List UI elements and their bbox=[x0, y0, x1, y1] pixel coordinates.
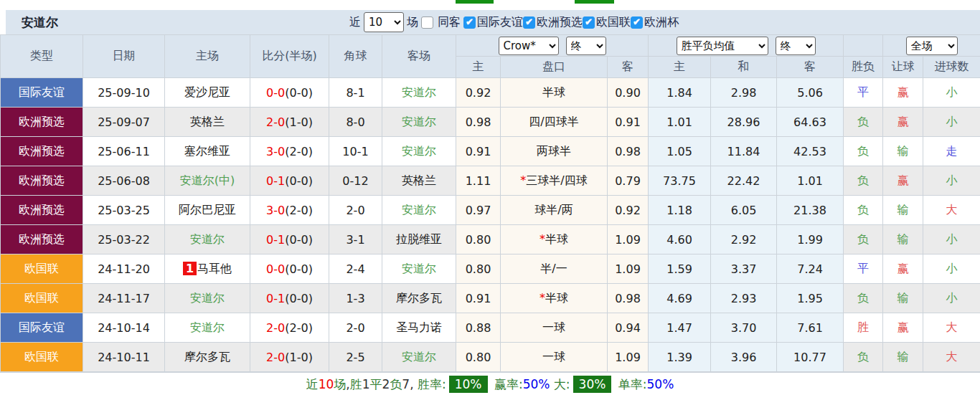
cell-odds-away: 1.09 bbox=[608, 225, 649, 254]
green-bar-left bbox=[456, 0, 494, 4]
filter-controls: 近 10 场 同客 国际友谊欧洲预选欧国联欧洲杯 bbox=[347, 10, 679, 34]
cell-handicap: 一球 bbox=[501, 343, 608, 372]
handicap-state-select[interactable]: 终 bbox=[566, 37, 606, 55]
cell-result-wdl: 负 bbox=[844, 137, 883, 166]
cell-odds-draw: 6.05 bbox=[711, 196, 777, 225]
cell-date: 25-09-07 bbox=[83, 108, 165, 137]
full-time-score: 0-0 bbox=[266, 262, 285, 276]
cell-odds-home: 0.88 bbox=[456, 313, 501, 343]
cell-odds-draw: 28.96 bbox=[711, 108, 777, 137]
cell-score: 2-0(2-0) bbox=[250, 313, 329, 343]
cell-odds-win: 4.69 bbox=[649, 284, 711, 313]
cell-result-goals: 小 bbox=[923, 284, 980, 313]
full-time-score: 2-0 bbox=[266, 351, 285, 364]
summary-footer: 近10场,胜1平2负7, 胜率:10% 赢率:50% 大:30% 单率:50% bbox=[0, 372, 980, 395]
half-time-score: (0-0) bbox=[285, 86, 313, 100]
cell-odds-home: 0.91 bbox=[456, 284, 501, 313]
competition-checkbox[interactable] bbox=[631, 16, 643, 29]
cell-corner: 2-0 bbox=[329, 313, 382, 343]
summary-segment: 赢率: bbox=[491, 376, 523, 393]
summary-segment: 负 bbox=[390, 376, 402, 393]
table-row: 国际友谊24-10-14安道尔2-0(2-0)2-0圣马力诺0.88一球0.94… bbox=[1, 313, 980, 343]
cell-result-wdl: 负 bbox=[844, 196, 883, 225]
cell-away-team: 拉脱维亚 bbox=[382, 225, 456, 254]
cell-date: 24-10-11 bbox=[83, 343, 165, 372]
cell-date: 25-06-08 bbox=[83, 166, 165, 196]
away-team-name: 安道尔 bbox=[402, 115, 436, 128]
home-team-name: 安道尔(中) bbox=[180, 173, 235, 187]
half-time-score: (0-0) bbox=[285, 262, 313, 276]
table-row: 欧洲预选25-09-07英格兰2-0(1-0)8-0安道尔0.98四/四球半0.… bbox=[1, 108, 980, 137]
recent-matches-select[interactable]: 10 bbox=[364, 12, 404, 32]
cell-odds-lose: 64.63 bbox=[777, 108, 844, 137]
cell-result-goals: 小 bbox=[923, 108, 980, 137]
table-row: 欧洲预选25-06-11塞尔维亚3-0(2-0)10-1安道尔0.91两球半0.… bbox=[1, 137, 980, 166]
cell-result-handicap: 输 bbox=[883, 225, 923, 254]
competition-checkbox[interactable] bbox=[463, 16, 476, 29]
cell-competition-type: 国际友谊 bbox=[1, 313, 83, 343]
col-header-date: 日期 bbox=[83, 35, 165, 78]
home-team-name: 安道尔 bbox=[190, 232, 225, 246]
competition-label: 欧洲杯 bbox=[644, 15, 679, 30]
cell-corner: 8-0 bbox=[329, 108, 382, 137]
home-team-name: 马耳他 bbox=[197, 262, 232, 275]
away-team-name: 英格兰 bbox=[402, 173, 436, 187]
summary-segment: 场 bbox=[334, 376, 346, 393]
scope-select[interactable]: 全场 bbox=[906, 37, 958, 55]
cell-result-goals: 大 bbox=[923, 196, 980, 225]
competition-checkbox[interactable] bbox=[583, 16, 595, 29]
handicap-line: 三球半/四球 bbox=[526, 173, 587, 187]
cell-odds-away: 0.91 bbox=[608, 108, 649, 137]
match-table-body: 国际友谊25-09-10爱沙尼亚0-0(0-0)8-1安道尔0.92半球0.90… bbox=[1, 78, 980, 372]
handicap-line: 四/四球半 bbox=[529, 115, 578, 128]
cell-score: 0-1(0-0) bbox=[250, 284, 329, 313]
cell-odds-lose: 5.06 bbox=[777, 78, 844, 108]
cell-date: 24-10-14 bbox=[83, 313, 165, 343]
same-away-checkbox[interactable] bbox=[421, 16, 433, 29]
away-team-name: 摩尔多瓦 bbox=[396, 291, 442, 305]
half-time-score: (1-0) bbox=[285, 351, 313, 364]
sub-header-cell: 进球数 bbox=[923, 57, 980, 78]
cell-odds-draw: 2.92 bbox=[711, 225, 777, 254]
summary-segment: 单率: bbox=[614, 376, 646, 393]
cell-score: 2-0(1-0) bbox=[250, 108, 329, 137]
cell-odds-win: 1.84 bbox=[649, 78, 711, 108]
cell-corner: 10-1 bbox=[329, 137, 382, 166]
cell-odds-away: 1.09 bbox=[608, 254, 649, 284]
cell-away-team: 英格兰 bbox=[382, 166, 456, 196]
summary-segment: 1 bbox=[362, 377, 370, 391]
home-team-name: 阿尔巴尼亚 bbox=[179, 203, 236, 216]
handicap-line: 半球 bbox=[542, 85, 565, 99]
away-team-name: 安道尔 bbox=[402, 350, 436, 363]
competition-checkbox[interactable] bbox=[523, 16, 535, 29]
cell-away-team: 安道尔 bbox=[382, 196, 456, 225]
cell-away-team: 圣马力诺 bbox=[382, 313, 456, 343]
cell-result-goals: 大 bbox=[923, 313, 980, 343]
cell-odds-win: 1.39 bbox=[649, 343, 711, 372]
same-away-label: 同客 bbox=[438, 15, 461, 30]
table-header: 类型 日期 主场 比分(半场) 角球 客场 Crow* 终 胜 bbox=[1, 35, 980, 78]
cell-result-goals: 小 bbox=[923, 166, 980, 196]
cell-home-team: 安道尔(中) bbox=[165, 166, 250, 196]
cell-odds-win: 1.47 bbox=[649, 313, 711, 343]
cell-competition-type: 欧洲预选 bbox=[1, 166, 83, 196]
cell-result-goals: 走 bbox=[923, 137, 980, 166]
cell-odds-home: 0.80 bbox=[456, 225, 501, 254]
cell-competition-type: 欧洲预选 bbox=[1, 137, 83, 166]
cell-result-wdl: 胜 bbox=[844, 313, 883, 343]
cell-away-team: 摩尔多瓦 bbox=[382, 284, 456, 313]
wdl-average-select[interactable]: 胜平负均值 bbox=[677, 37, 768, 55]
wdl-state-select[interactable]: 终 bbox=[776, 37, 816, 55]
col-header-home: 主场 bbox=[165, 35, 250, 78]
sub-header-cell: 胜负 bbox=[844, 57, 883, 78]
cell-date: 25-09-10 bbox=[83, 78, 165, 108]
cell-result-handicap: 赢 bbox=[883, 254, 923, 284]
cell-odds-away: 0.98 bbox=[608, 137, 649, 166]
odds-company-select[interactable]: Crow* bbox=[499, 37, 559, 55]
half-time-score: (2-0) bbox=[285, 321, 313, 335]
full-time-score: 0-1 bbox=[266, 292, 285, 305]
cell-handicap: 四/四球半 bbox=[501, 108, 608, 137]
match-table: 类型 日期 主场 比分(半场) 角球 客场 Crow* 终 胜 bbox=[0, 34, 980, 372]
summary-segment: 7, bbox=[402, 377, 418, 391]
cell-odds-home: 0.80 bbox=[456, 343, 501, 372]
